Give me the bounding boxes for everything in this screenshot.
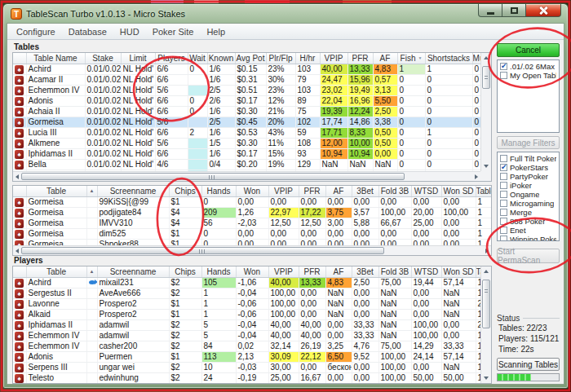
- table-players-grid[interactable]: Table▲ScreennameChipsHandsWonVPIPPFRAF3B…: [12, 185, 492, 256]
- grid-row[interactable]: Telestoedwinhung$224-0,1925,0016,670,000…: [13, 372, 492, 383]
- column-header[interactable]: [13, 186, 26, 196]
- grid-row[interactable]: AlkaidProspero2$11-0,06100,000,00NaN0,00…: [13, 309, 492, 319]
- column-header[interactable]: Chips: [169, 186, 201, 196]
- poker-sites-list[interactable]: Full Tilt PokerPokerStarsPartyPokeriPoke…: [497, 152, 560, 241]
- tables-grid[interactable]: Table NameStakeLimitPlayersWaitKnownAvg …: [12, 52, 492, 182]
- grid-row[interactable]: LavonneMCBossToss$2160,0125,0018,75NaN25…: [13, 383, 492, 384]
- scroll-right-icon[interactable]: [485, 249, 489, 253]
- minimize-button[interactable]: [478, 4, 502, 17]
- column-header[interactable]: Screenname: [97, 186, 169, 196]
- checkbox-item[interactable]: Microgaming: [498, 199, 558, 208]
- column-header[interactable]: WTSD: [411, 186, 441, 196]
- column-header[interactable]: 3Bet: [352, 266, 378, 277]
- column-header[interactable]: Plr/Flp: [266, 53, 295, 64]
- checkbox[interactable]: [500, 182, 507, 189]
- column-header[interactable]: Table Name: [26, 53, 85, 64]
- grid-row[interactable]: GormeisaIMVV310$456-2,0312,5012,503,005,…: [13, 218, 492, 228]
- scrollbar-thumb[interactable]: [21, 247, 384, 254]
- column-header[interactable]: PFR: [299, 186, 325, 196]
- checkbox[interactable]: [500, 209, 507, 216]
- grid-row[interactable]: Echemmon IVadamwil$25-0,0440,0040,000,00…: [13, 330, 492, 341]
- column-header[interactable]: Won SD: [441, 186, 476, 196]
- checkbox-item[interactable]: iPoker: [498, 181, 558, 190]
- column-header[interactable]: Won: [236, 266, 268, 277]
- column-header[interactable]: Won SD: [441, 266, 476, 277]
- scroll-left-icon[interactable]: [15, 249, 19, 253]
- checkbox[interactable]: [500, 164, 507, 171]
- tables-table[interactable]: Table NameStakeLimitPlayersWaitKnownAvg …: [13, 53, 489, 182]
- checkbox-item[interactable]: Merge: [498, 208, 558, 217]
- players-grid[interactable]: Table▲ScreennameChipsHandsWonVPIPPFRAF3B…: [12, 266, 492, 384]
- grid-row[interactable]: Serpens IIIungar wei$210-0,0330,000,00бе…: [13, 362, 492, 372]
- checkbox-item[interactable]: Winning Poker: [498, 235, 558, 241]
- grid-row[interactable]: AdonisPuermen$11132,1330,0922,126,509,52…: [13, 351, 492, 362]
- grid-row[interactable]: Achird0.01/0.02NL Hold'6/601/6$0.1523%10…: [13, 64, 489, 74]
- column-header[interactable]: Limit: [121, 53, 155, 64]
- column-header[interactable]: Screenname: [97, 266, 169, 277]
- checkbox[interactable]: [500, 227, 507, 234]
- grid-row[interactable]: Alkmene0.01/0.02NL Hold'5/61/5$0.3011%10…: [13, 138, 489, 148]
- grid-row[interactable]: Gormeisadim525$100,000,000,000,000,000,0…: [13, 228, 492, 239]
- column-header[interactable]: Fold 3B: [378, 266, 411, 277]
- checkbox[interactable]: [500, 191, 507, 198]
- column-header[interactable]: Stake: [85, 53, 121, 64]
- checkbox-item[interactable]: PokerStars: [498, 163, 558, 172]
- checkbox-item[interactable]: 888 Poker: [498, 217, 558, 226]
- column-header[interactable]: VPIP: [320, 53, 347, 64]
- column-header[interactable]: [13, 53, 26, 64]
- column-header[interactable]: AF: [325, 186, 352, 196]
- checkbox-item[interactable]: Enet: [498, 226, 558, 235]
- vertical-scrollbar[interactable]: [480, 53, 491, 171]
- checkbox-item[interactable]: My Open Tables: [498, 71, 558, 80]
- column-header[interactable]: Tables: [476, 186, 492, 196]
- grid-row[interactable]: Achirdmixail231$2105-1,0640,0013,334,832…: [13, 277, 492, 288]
- checkbox-item[interactable]: .01/.02 6Max NL: [498, 62, 558, 71]
- checkbox[interactable]: [500, 72, 507, 79]
- checkbox[interactable]: [500, 155, 507, 162]
- cancel-button[interactable]: Cancel: [497, 43, 560, 57]
- menu-item[interactable]: Database: [62, 25, 113, 38]
- column-header[interactable]: Avg Pot: [235, 53, 266, 64]
- scroll-left-icon[interactable]: [15, 174, 19, 179]
- title-bar[interactable]: T TableScan Turbo v1.0.13 - Micro Stakes: [7, 4, 564, 23]
- column-header[interactable]: ▲: [86, 266, 97, 277]
- horizontal-scrollbar[interactable]: [13, 245, 491, 255]
- column-header[interactable]: Wait: [188, 53, 207, 64]
- players-table[interactable]: Table▲ScreennameChipsHandsWonVPIPPFRAF3B…: [13, 266, 492, 384]
- grid-row[interactable]: Bella0.01/0.02NL Hold'4/60/4$0.2019%129N…: [13, 159, 489, 170]
- column-header[interactable]: Hands: [201, 186, 236, 196]
- column-header[interactable]: Won: [236, 186, 268, 196]
- checkbox[interactable]: [500, 200, 507, 207]
- column-header[interactable]: Fold 3B: [378, 186, 411, 196]
- grid-row[interactable]: Iphidamas II0.01/0.02NL Hold'6/61/6$0.17…: [13, 148, 489, 159]
- scroll-up-icon[interactable]: [484, 56, 489, 59]
- scroll-up-icon[interactable]: [484, 270, 489, 273]
- grid-row[interactable]: Gormeisa99KiSS|{@99$100,000,000,000,000,…: [13, 196, 492, 207]
- menu-item[interactable]: Poker Site: [146, 25, 201, 38]
- menu-item[interactable]: Configure: [10, 25, 62, 38]
- column-header[interactable]: Chips: [169, 266, 201, 277]
- checkbox[interactable]: [500, 218, 507, 225]
- column-header[interactable]: Players: [155, 53, 188, 64]
- manage-filters-button[interactable]: Manage Filters: [497, 136, 560, 149]
- grid-row[interactable]: Echemmon IVcasher200$2840,0232,1426,193,…: [13, 341, 492, 351]
- table-players-table[interactable]: Table▲ScreennameChipsHandsWonVPIPPFRAF3B…: [13, 186, 492, 254]
- grid-row[interactable]: Gormeisa0.01/0.02NL Hold'5/62/5$0.4520%1…: [13, 117, 489, 127]
- grid-row[interactable]: Sergestus IIAveAve666$21-0,04100,000,00N…: [13, 288, 492, 298]
- grid-row[interactable]: Echemmon IV0.01/0.02NL Hold'5/62/5$0.512…: [13, 85, 489, 95]
- scrollbar-thumb[interactable]: [482, 66, 490, 89]
- column-header[interactable]: [13, 266, 26, 277]
- scroll-down-icon[interactable]: [484, 165, 489, 168]
- maximize-button[interactable]: [502, 4, 525, 17]
- scroll-right-icon[interactable]: [475, 174, 478, 179]
- column-header[interactable]: Known: [207, 53, 235, 64]
- grid-row[interactable]: Adonis0.01/0.02NL Hold'6/602/6$0.1712%89…: [13, 95, 489, 106]
- column-header[interactable]: VPIP: [268, 186, 299, 196]
- checkbox-item[interactable]: Ongame: [498, 190, 558, 199]
- column-header[interactable]: Table: [26, 266, 86, 277]
- grid-row[interactable]: Lucia III0.01/0.02NL Hold'6/621/6$0.5343…: [13, 127, 489, 138]
- column-header[interactable]: ▲: [86, 186, 97, 196]
- checkbox-item[interactable]: Full Tilt Poker: [498, 154, 558, 163]
- close-button[interactable]: [525, 4, 561, 17]
- column-header[interactable]: 3Bet: [352, 186, 378, 196]
